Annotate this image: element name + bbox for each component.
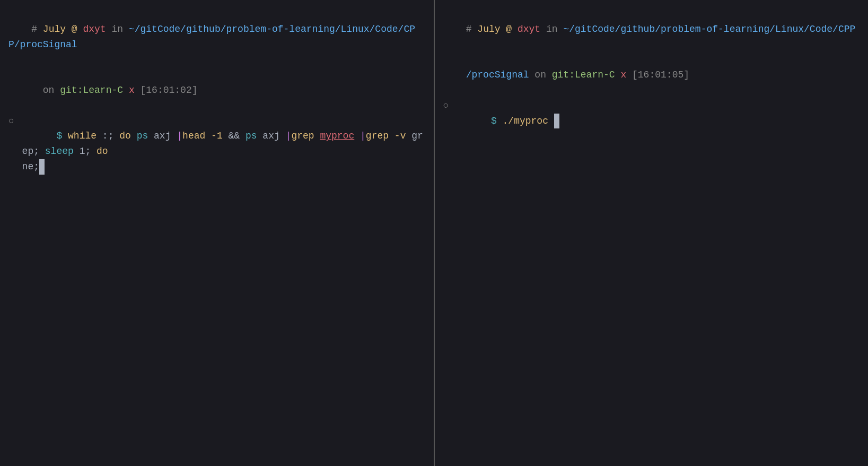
left-terminal-pane[interactable]: # July @ dxyt in ~/gitCode/github/proble…	[0, 0, 435, 466]
left-x: x	[123, 85, 140, 96]
left-do: do	[113, 131, 130, 141]
left-comment-hash: #	[31, 24, 43, 34]
left-git-label: git:	[60, 85, 83, 96]
left-space1	[314, 131, 320, 141]
right-comment-hash: #	[466, 24, 478, 34]
right-space	[548, 116, 554, 126]
left-pipe1: |	[177, 131, 182, 141]
right-prompt-circle: ○	[443, 98, 455, 114]
left-v: -v	[389, 131, 406, 141]
left-ps2: ps	[246, 131, 257, 141]
right-path: ~/gitCode/github/problem-of-learning/Lin…	[563, 24, 855, 34]
left-at: @	[66, 24, 83, 34]
right-user: dxyt	[518, 24, 540, 34]
left-cursor	[39, 159, 45, 175]
left-grep2: grep	[366, 131, 389, 141]
left-axj2: axj	[257, 131, 286, 141]
right-command-line: ○ $ ./myproc	[443, 98, 860, 144]
right-command-content: $ ./myproc	[457, 98, 860, 144]
right-time: [16:01:05]	[632, 70, 689, 80]
right-dollar: $	[491, 116, 503, 126]
left-sleep: sleep	[39, 146, 74, 157]
left-branch: Learn-C	[83, 85, 123, 96]
left-header-line: # July @ dxyt in ~/gitCode/github/proble…	[8, 6, 425, 67]
left-pipe2: |	[286, 131, 292, 141]
left-pipe3: |	[360, 131, 366, 141]
right-on: on	[529, 70, 552, 80]
right-branch: Learn-C	[575, 70, 615, 80]
left-colon: :;	[97, 131, 113, 141]
right-command: ./myproc	[503, 116, 548, 126]
left-dollar: $	[56, 131, 68, 141]
right-cursor	[554, 114, 559, 129]
left-flag1: -1	[205, 131, 222, 141]
left-grep1: grep	[291, 131, 314, 141]
right-in: in	[540, 24, 563, 34]
left-and: &&	[223, 131, 246, 141]
right-terminal-pane[interactable]: # July @ dxyt in ~/gitCode/github/proble…	[435, 0, 869, 466]
left-do2: do	[91, 146, 108, 157]
right-path-cont: /procSignal	[466, 70, 529, 80]
left-on: on	[31, 85, 60, 96]
right-header-line: # July @ dxyt in ~/gitCode/github/proble…	[443, 6, 860, 52]
left-head: head	[182, 131, 205, 141]
right-path-cont-line: /procSignal on git:Learn-C x [16:01:05]	[443, 52, 860, 98]
left-space2	[354, 131, 360, 141]
left-git-line: on git:Learn-C x [16:01:02]	[8, 67, 425, 113]
left-command-content: $ while :; do ps axj |head -1 && ps axj …	[22, 114, 425, 190]
left-ne: ne;	[22, 161, 39, 172]
right-git-label: git:	[552, 70, 575, 80]
left-in: in	[106, 24, 129, 34]
right-at: @	[501, 24, 518, 34]
left-one: 1;	[74, 146, 91, 157]
right-x: x	[615, 70, 632, 80]
left-axj1: axj	[148, 131, 177, 141]
left-while: while	[68, 131, 97, 141]
left-ps1: ps	[131, 131, 148, 141]
left-user: dxyt	[83, 24, 106, 34]
left-month: July	[43, 24, 66, 34]
left-prompt-circle: ○	[8, 114, 20, 129]
left-command-line: ○ $ while :; do ps axj |head -1 && ps ax…	[8, 114, 425, 190]
left-myproc: myproc	[320, 131, 354, 141]
left-time: [16:01:02]	[140, 85, 197, 96]
right-month: July	[477, 24, 500, 34]
